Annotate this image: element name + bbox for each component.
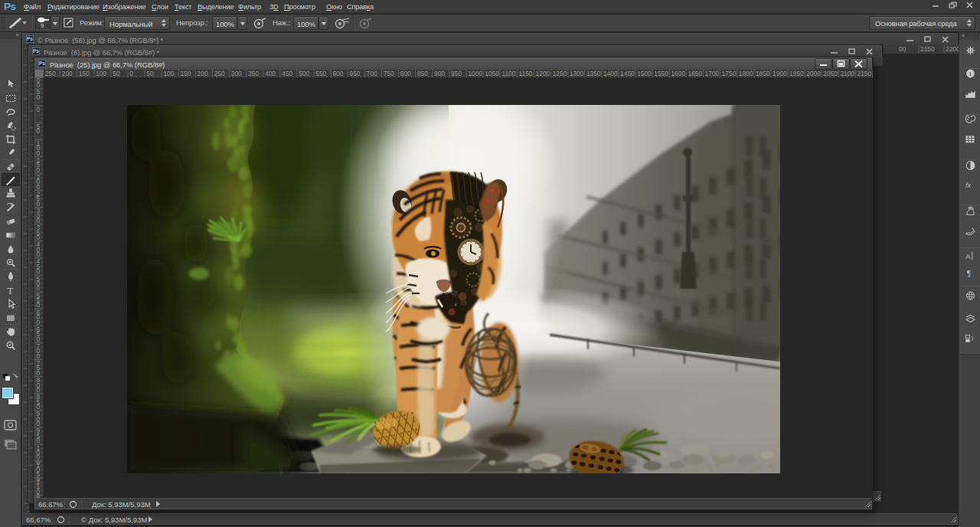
svg-text:200: 200 xyxy=(62,70,73,77)
svg-text:i: i xyxy=(969,70,971,77)
svg-text:T: T xyxy=(8,285,14,296)
svg-text:750: 750 xyxy=(384,70,394,77)
svg-text:650: 650 xyxy=(350,70,361,77)
svg-text:900: 900 xyxy=(434,70,445,77)
svg-text:9: 9 xyxy=(41,22,44,29)
svg-text:400: 400 xyxy=(265,70,276,77)
svg-text:300: 300 xyxy=(231,70,242,77)
svg-text:200: 200 xyxy=(198,70,208,77)
svg-text:2200: 2200 xyxy=(946,45,959,53)
svg-text:850: 850 xyxy=(417,70,428,77)
svg-text:700: 700 xyxy=(367,70,377,77)
svg-text:500: 500 xyxy=(299,70,309,77)
svg-text:250: 250 xyxy=(45,70,56,77)
svg-text:950: 950 xyxy=(451,70,462,77)
svg-text:550: 550 xyxy=(315,70,326,77)
svg-text:100: 100 xyxy=(96,70,106,77)
svg-text:150: 150 xyxy=(79,70,90,77)
svg-text:0: 0 xyxy=(129,70,133,77)
svg-text:150: 150 xyxy=(181,70,191,77)
svg-text:0: 0 xyxy=(37,127,41,135)
svg-text:fx: fx xyxy=(965,182,971,189)
svg-text:600: 600 xyxy=(332,70,343,77)
svg-text:¶: ¶ xyxy=(967,270,971,278)
svg-text:0: 0 xyxy=(37,106,41,113)
svg-text:50: 50 xyxy=(146,70,154,77)
svg-text:250: 250 xyxy=(214,70,225,77)
svg-text:00: 00 xyxy=(899,45,906,53)
svg-text:2150: 2150 xyxy=(920,45,935,53)
svg-text:450: 450 xyxy=(282,70,292,77)
svg-text:50: 50 xyxy=(113,70,120,77)
svg-text:A: A xyxy=(965,253,971,260)
svg-text:100: 100 xyxy=(163,70,174,77)
svg-text:350: 350 xyxy=(248,70,259,77)
svg-text:800: 800 xyxy=(400,70,411,77)
svg-text:0: 0 xyxy=(37,93,41,101)
